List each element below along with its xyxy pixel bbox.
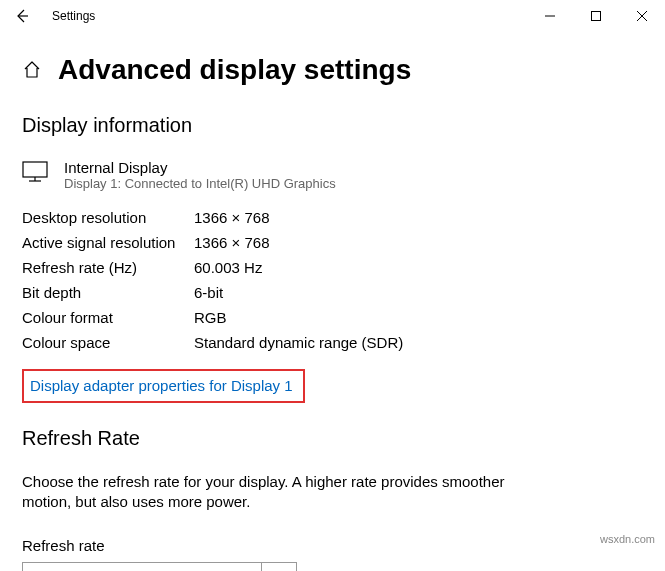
info-row: Active signal resolution 1366 × 768 — [22, 234, 643, 251]
info-row: Desktop resolution 1366 × 768 — [22, 209, 643, 226]
close-icon — [637, 11, 647, 21]
maximize-icon — [591, 11, 601, 21]
back-button[interactable] — [0, 0, 44, 32]
info-value: RGB — [194, 309, 227, 326]
minimize-button[interactable] — [527, 0, 573, 32]
info-value: 1366 × 768 — [194, 234, 270, 251]
display-identity: Internal Display Display 1: Connected to… — [64, 159, 336, 191]
svg-rect-2 — [592, 12, 601, 21]
refresh-rate-description: Choose the refresh rate for your display… — [22, 472, 522, 513]
display-info-title: Display information — [22, 114, 643, 137]
watermark: wsxdn.com — [600, 533, 655, 545]
info-row: Colour format RGB — [22, 309, 643, 326]
close-button[interactable] — [619, 0, 665, 32]
back-arrow-icon — [14, 8, 30, 24]
window-controls — [527, 0, 665, 32]
info-label: Colour format — [22, 309, 194, 326]
info-value: 6-bit — [194, 284, 223, 301]
content: Advanced display settings Display inform… — [0, 54, 665, 571]
page-header: Advanced display settings — [22, 54, 643, 86]
display-block: Internal Display Display 1: Connected to… — [22, 159, 643, 191]
info-row: Bit depth 6-bit — [22, 284, 643, 301]
info-label: Colour space — [22, 334, 194, 351]
window-title: Settings — [44, 9, 95, 23]
info-label: Desktop resolution — [22, 209, 194, 226]
adapter-properties-link[interactable]: Display adapter properties for Display 1 — [30, 377, 293, 394]
refresh-rate-label: Refresh rate — [22, 537, 643, 554]
dropdown-divider — [261, 563, 262, 572]
info-label: Active signal resolution — [22, 234, 194, 251]
info-row: Colour space Standard dynamic range (SDR… — [22, 334, 643, 351]
refresh-rate-dropdown[interactable]: 60.003 Hz — [22, 562, 297, 572]
svg-rect-5 — [23, 162, 47, 177]
info-row: Refresh rate (Hz) 60.003 Hz — [22, 259, 643, 276]
display-subtitle: Display 1: Connected to Intel(R) UHD Gra… — [64, 176, 336, 191]
info-value: 60.003 Hz — [194, 259, 262, 276]
minimize-icon — [545, 11, 555, 21]
monitor-icon — [22, 161, 48, 183]
titlebar: Settings — [0, 0, 665, 32]
info-label: Bit depth — [22, 284, 194, 301]
page-title: Advanced display settings — [58, 54, 411, 86]
display-name: Internal Display — [64, 159, 336, 176]
home-icon[interactable] — [22, 60, 42, 80]
refresh-rate-title: Refresh Rate — [22, 427, 643, 450]
info-value: 1366 × 768 — [194, 209, 270, 226]
maximize-button[interactable] — [573, 0, 619, 32]
info-value: Standard dynamic range (SDR) — [194, 334, 403, 351]
info-label: Refresh rate (Hz) — [22, 259, 194, 276]
adapter-properties-highlight: Display adapter properties for Display 1 — [22, 369, 305, 403]
